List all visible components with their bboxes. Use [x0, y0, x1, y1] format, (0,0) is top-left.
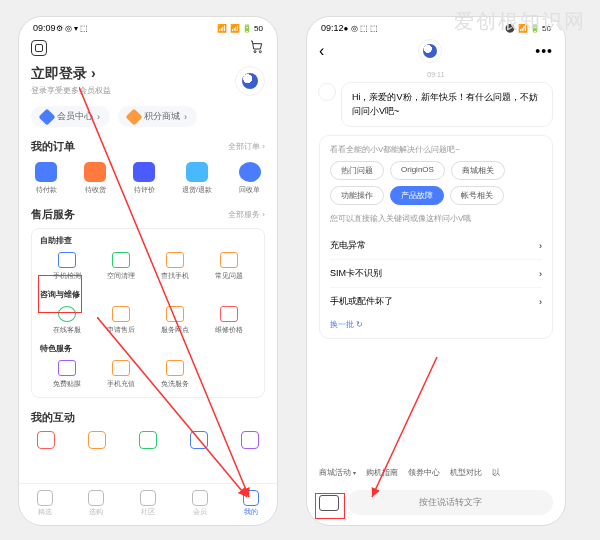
bchip-buy-guide[interactable]: 购机指南	[366, 467, 398, 478]
more-button[interactable]: •••	[535, 43, 553, 59]
order-recycle[interactable]: 回收单	[239, 162, 261, 195]
svc-free-film[interactable]: 免费贴膜	[40, 360, 94, 389]
orders-title: 我的订单	[31, 139, 75, 154]
aftersales-all-link[interactable]: 全部服务 ›	[228, 209, 265, 220]
service-box: 自助排查 手机检测 空间清理 查找手机 常见问题 咨询与维修 在线客服 申请售后…	[31, 228, 265, 398]
bubble-avatar	[318, 83, 336, 101]
svc-apply-aftersale[interactable]: 申请售后	[94, 306, 148, 335]
chat-time: 09:11	[319, 71, 553, 78]
q-broken[interactable]: 手机或配件坏了›	[330, 287, 542, 315]
inter-icon-2[interactable]	[88, 431, 106, 449]
inter-icon-5[interactable]	[241, 431, 259, 449]
phones-container: 09:09 ⚙ ◎ ▾ ⬚ 📶 📶 🔋 50 立即登录 › 登录享受更多会员权益…	[0, 0, 600, 540]
tab-community[interactable]: 社区	[140, 490, 156, 517]
svc-service-point[interactable]: 服务网点	[148, 306, 202, 335]
status-bar: 09:12 ● ◎ ⬚ ⬚ ⚫ 📶 🔋 50	[307, 17, 565, 35]
settings-icon[interactable]	[31, 40, 47, 56]
bchip-compare[interactable]: 机型对比	[450, 467, 482, 478]
orders-all-link[interactable]: 全部订单 ›	[228, 141, 265, 152]
chip-fault[interactable]: 产品故障	[390, 186, 444, 205]
question-list: 充电异常› SIM卡不识别› 手机或配件坏了›	[330, 232, 542, 315]
svc-find-phone[interactable]: 查找手机	[148, 252, 202, 281]
svc-space-clean[interactable]: 空间清理	[94, 252, 148, 281]
content: 立即登录 › 登录享受更多会员权益 会员中心› 积分商城› 我的订单全部订单 ›…	[19, 35, 277, 483]
svc-phone-recharge[interactable]: 手机充值	[94, 360, 148, 389]
svc-online-support[interactable]: 在线客服	[40, 306, 94, 335]
top-row	[31, 35, 265, 61]
svc-faq[interactable]: 常见问题	[202, 252, 256, 281]
login-row[interactable]: 立即登录 › 登录享受更多会员权益	[31, 65, 265, 96]
tab-shop[interactable]: 选购	[88, 490, 104, 517]
chip-row: 热门问题 OriginOS 商城相关 功能操作 产品故障 帐号相关	[330, 161, 542, 205]
svc-phone-check[interactable]: 手机检测	[40, 252, 94, 281]
tabbar: 精选 选购 社区 会员 我的	[19, 483, 277, 525]
section-interaction: 我的互动	[31, 410, 265, 449]
capability-card: 看看全能的小V都能解决什么问题吧~ 热门问题 OriginOS 商城相关 功能操…	[319, 135, 553, 339]
chat-bubble: Hi，亲爱的V粉，新年快乐！有什么问题，不妨问问小V吧~	[341, 82, 553, 127]
keyboard-icon[interactable]	[319, 495, 339, 511]
voice-input[interactable]: 按住说话转文字	[347, 490, 553, 515]
status-time: 09:12	[321, 23, 344, 33]
aftersales-title: 售后服务	[31, 207, 75, 222]
chip-mall[interactable]: 商城相关	[451, 161, 505, 180]
bottom-chips: 商城活动▾ 购机指南 领券中心 机型对比 以	[307, 461, 565, 484]
pill-points-mall[interactable]: 积分商城›	[118, 106, 197, 127]
group2-title: 咨询与维修	[40, 289, 256, 300]
chip-account[interactable]: 帐号相关	[450, 186, 504, 205]
tab-featured[interactable]: 精选	[37, 490, 53, 517]
inter-icon-1[interactable]	[37, 431, 55, 449]
bchip-more[interactable]: 以	[492, 467, 500, 478]
svc-no-wash[interactable]: 免洗服务	[148, 360, 202, 389]
bchip-coupon[interactable]: 领券中心	[408, 467, 440, 478]
order-refund[interactable]: 退货/退款	[182, 162, 212, 195]
order-pending-receive[interactable]: 待收货	[84, 162, 106, 195]
q-sim[interactable]: SIM卡不识别›	[330, 259, 542, 287]
order-pending-pay[interactable]: 待付款	[35, 162, 57, 195]
chat-avatar	[418, 39, 442, 63]
status-bar: 09:09 ⚙ ◎ ▾ ⬚ 📶 📶 🔋 50	[19, 17, 277, 35]
tab-member[interactable]: 会员	[192, 490, 208, 517]
chat-body: 09:11 Hi，亲爱的V粉，新年快乐！有什么问题，不妨问问小V吧~ 看看全能的…	[307, 67, 565, 461]
status-icons-right: 📶 📶 🔋 50	[217, 24, 263, 33]
tab-mine[interactable]: 我的	[243, 490, 259, 517]
chat-header: ‹ •••	[307, 35, 565, 67]
interaction-title: 我的互动	[31, 410, 75, 425]
pill-member-center[interactable]: 会员中心›	[31, 106, 110, 127]
group3-title: 特色服务	[40, 343, 256, 354]
status-icons-right: ⚫ 📶 🔋 50	[505, 24, 551, 33]
q-charging[interactable]: 充电异常›	[330, 232, 542, 259]
inter-icon-4[interactable]	[190, 431, 208, 449]
section-orders: 我的订单全部订单 › 待付款 待收货 待评价 退货/退款 回收单	[31, 139, 265, 195]
status-icons-left: ● ◎ ⬚ ⬚	[344, 24, 379, 33]
chip-function[interactable]: 功能操作	[330, 186, 384, 205]
back-button[interactable]: ‹	[319, 42, 324, 60]
group1-title: 自助排查	[40, 235, 256, 246]
cart-icon[interactable]	[249, 39, 265, 57]
section-aftersales: 售后服务全部服务 › 自助排查 手机检测 空间清理 查找手机 常见问题 咨询与维…	[31, 207, 265, 398]
avatar[interactable]	[235, 66, 265, 96]
status-time: 09:09	[33, 23, 56, 33]
pill-row: 会员中心› 积分商城›	[31, 106, 265, 127]
order-pending-review[interactable]: 待评价	[133, 162, 155, 195]
phone-right: 09:12 ● ◎ ⬚ ⬚ ⚫ 📶 🔋 50 ‹ ••• 09:11 Hi，亲爱…	[306, 16, 566, 526]
q-hint: 您可以直接输入关键词或像这样问小V哦	[330, 213, 542, 224]
status-icons-left: ⚙ ◎ ▾ ⬚	[56, 24, 89, 33]
login-title: 立即登录 ›	[31, 65, 111, 83]
inter-icon-3[interactable]	[139, 431, 157, 449]
chip-originos[interactable]: OriginOS	[390, 161, 445, 180]
bchip-mall-activity[interactable]: 商城活动▾	[319, 467, 356, 478]
chip-hot[interactable]: 热门问题	[330, 161, 384, 180]
login-subtitle: 登录享受更多会员权益	[31, 85, 111, 96]
svg-point-0	[254, 51, 256, 53]
phone-left: 09:09 ⚙ ◎ ▾ ⬚ 📶 📶 🔋 50 立即登录 › 登录享受更多会员权益…	[18, 16, 278, 526]
card-title: 看看全能的小V都能解决什么问题吧~	[330, 144, 542, 155]
svc-repair-price[interactable]: 维修价格	[202, 306, 256, 335]
svg-point-1	[259, 51, 261, 53]
refresh-button[interactable]: 换一批 ↻	[330, 319, 542, 330]
input-bar: 按住说话转文字	[307, 484, 565, 525]
